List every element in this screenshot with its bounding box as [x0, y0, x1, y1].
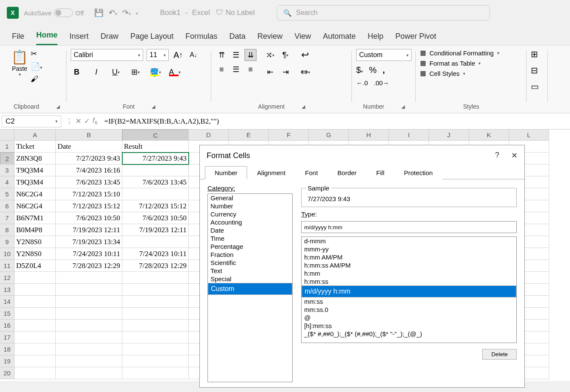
decrease-indent-icon[interactable]: ⇤ [264, 66, 276, 78]
category-date[interactable]: Date [208, 226, 292, 234]
percent-icon[interactable]: % [369, 65, 377, 75]
paste-button[interactable]: 📋 Paste ▾ [11, 49, 28, 77]
cell-A15[interactable] [14, 308, 56, 320]
cell-B4[interactable]: 7/6/2023 13:45 [56, 176, 122, 188]
cell-C20[interactable] [122, 367, 189, 379]
italic-button[interactable]: I [90, 66, 102, 78]
cell-C4[interactable]: 7/6/2023 13:45 [122, 176, 189, 188]
col-header-E[interactable]: E [229, 130, 269, 141]
cell-C3[interactable] [122, 164, 189, 176]
row-header-11[interactable]: 11 [0, 260, 14, 272]
dialog-launcher-icon[interactable]: ◢ [302, 104, 305, 110]
search-input[interactable]: 🔍 Search [277, 5, 490, 20]
menu-data[interactable]: Data [229, 32, 245, 45]
font-size-select[interactable]: 11▾ [147, 49, 169, 61]
cell-C5[interactable] [122, 188, 189, 200]
row-header-16[interactable]: 16 [0, 320, 14, 331]
cell-A8[interactable]: B0M4P8 [14, 224, 56, 236]
cell-A11[interactable]: D5Z0L4 [14, 260, 56, 272]
category-fraction[interactable]: Fraction [208, 251, 292, 259]
format-as-table-button[interactable]: ▦Format as Table▾ [420, 59, 499, 67]
menu-view[interactable]: View [294, 32, 311, 45]
align-right-icon[interactable]: ≡ [245, 63, 256, 75]
cell-A13[interactable] [14, 284, 56, 296]
row-header-20[interactable]: 20 [0, 367, 14, 379]
type-item[interactable]: h:mm AM/PM [302, 253, 516, 261]
comma-icon[interactable]: , [383, 65, 385, 75]
category-percentage[interactable]: Percentage [208, 242, 292, 251]
category-number[interactable]: Number [208, 202, 292, 210]
col-header-A[interactable]: A [14, 130, 56, 141]
menu-file[interactable]: File [12, 32, 24, 45]
toggle-icon[interactable] [54, 9, 73, 17]
cell-B9[interactable]: 7/19/2023 13:34 [56, 236, 122, 248]
autosave-toggle[interactable]: AutoSave Off [24, 9, 84, 17]
cell-B10[interactable]: 7/24/2023 10:11 [56, 248, 122, 260]
type-item[interactable]: m/d/yyyy h:mm [302, 285, 516, 297]
cell-B14[interactable] [56, 296, 122, 308]
menu-home[interactable]: Home [36, 31, 58, 45]
dialog-tab-fill[interactable]: Fill [366, 166, 394, 179]
cell-A20[interactable] [14, 367, 56, 379]
cell-A18[interactable] [14, 343, 56, 355]
col-header-I[interactable]: I [389, 130, 429, 141]
insert-icon[interactable]: ⊞ [531, 49, 539, 59]
row-header-14[interactable]: 14 [0, 296, 14, 308]
type-item[interactable]: mm:ss.0 [302, 306, 516, 314]
col-header-D[interactable]: D [189, 130, 229, 141]
menu-draw[interactable]: Draw [101, 32, 118, 45]
increase-decimal-icon[interactable]: ←.0 [356, 79, 368, 86]
cell-B16[interactable] [56, 320, 122, 331]
chevron-down-icon[interactable]: ▾ [19, 72, 21, 77]
category-time[interactable]: Time [208, 234, 292, 242]
cell-C6[interactable]: 7/12/2023 15:12 [122, 200, 189, 212]
save-icon[interactable]: 💾 [94, 8, 104, 17]
increase-font-icon[interactable]: A↑ [172, 49, 184, 61]
category-scientific[interactable]: Scientific [208, 259, 292, 267]
type-item[interactable]: mmm-yy [302, 245, 516, 253]
row-header-7[interactable]: 7 [0, 212, 14, 224]
category-custom[interactable]: Custom [208, 283, 292, 295]
dialog-launcher-icon[interactable]: ◢ [152, 104, 155, 110]
cell-C11[interactable]: 7/28/2023 12:29 [122, 260, 189, 272]
align-bottom-icon[interactable]: ⇊ [245, 49, 256, 61]
cell-A10[interactable]: Y2N8S0 [14, 248, 56, 260]
cell-B6[interactable]: 7/12/2023 15:12 [56, 200, 122, 212]
cell-A14[interactable] [14, 296, 56, 308]
close-icon[interactable]: ✕ [511, 151, 518, 160]
conditional-formatting-button[interactable]: ▦Conditional Formatting▾ [420, 49, 499, 57]
menu-automate[interactable]: Automate [323, 32, 356, 45]
font-color-button[interactable]: A▾ [169, 66, 181, 78]
row-header-19[interactable]: 19 [0, 355, 14, 367]
cell-A12[interactable] [14, 272, 56, 284]
cancel-icon[interactable]: ✕ [75, 117, 81, 126]
cell-C8[interactable]: 7/19/2023 12:11 [122, 224, 189, 236]
name-box[interactable]: C2▾ [2, 115, 61, 127]
row-header-8[interactable]: 8 [0, 224, 14, 236]
underline-button[interactable]: U ▾ [110, 66, 122, 78]
dialog-tab-border[interactable]: Border [328, 166, 366, 179]
row-header-12[interactable]: 12 [0, 272, 14, 284]
enter-icon[interactable]: ✓ [84, 117, 90, 126]
cell-B13[interactable] [56, 284, 122, 296]
category-list[interactable]: GeneralNumberCurrencyAccountingDateTimeP… [207, 193, 293, 382]
cell-B17[interactable] [56, 331, 122, 343]
cell-A16[interactable] [14, 320, 56, 331]
delete-button[interactable]: Delete [482, 349, 517, 360]
cell-A9[interactable]: Y2N8S0 [14, 236, 56, 248]
type-item[interactable]: _($* #,##0_);_($* (#,##0);_($* "-"_);_(@… [302, 330, 516, 338]
cell-B1[interactable]: Date [56, 141, 122, 153]
menu-review[interactable]: Review [257, 32, 282, 45]
copy-icon[interactable]: 📄▾ [31, 62, 42, 71]
help-icon[interactable]: ? [495, 151, 499, 160]
cell-C14[interactable] [122, 296, 189, 308]
row-header-3[interactable]: 3 [0, 164, 14, 176]
row-header-18[interactable]: 18 [0, 343, 14, 355]
cell-styles-button[interactable]: ▦Cell Styles▾ [420, 69, 499, 77]
category-text[interactable]: Text [208, 267, 292, 275]
row-header-6[interactable]: 6 [0, 200, 14, 212]
cell-C15[interactable] [122, 308, 189, 320]
cell-C17[interactable] [122, 331, 189, 343]
cell-A5[interactable]: N6C2G4 [14, 188, 56, 200]
row-header-13[interactable]: 13 [0, 284, 14, 296]
